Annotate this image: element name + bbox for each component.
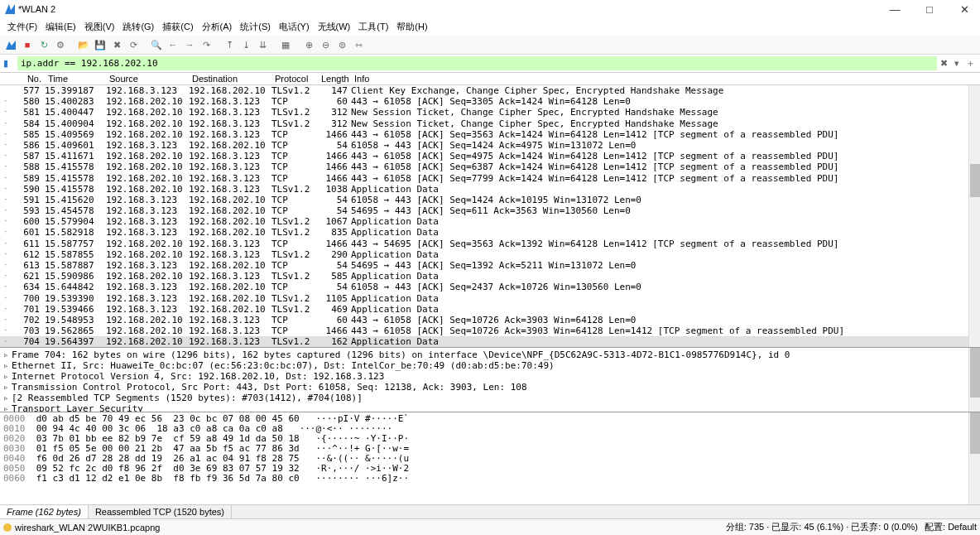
toolbar: ■ ↻ ⚙ 📂 💾 ✖ ⟳ 🔍 ← → ↷ ⤒ ⤓ ⇊ ▦ ⊕ ⊖ ⊜ ⇿ bbox=[0, 36, 980, 55]
packet-row[interactable]: 57715.399187192.168.3.123192.168.202.10T… bbox=[0, 85, 980, 96]
col-time[interactable]: Time bbox=[45, 74, 106, 84]
close-button[interactable]: ✕ bbox=[954, 3, 975, 16]
filter-add-icon[interactable]: ＋ bbox=[963, 57, 977, 70]
find-icon[interactable]: 🔍 bbox=[149, 37, 164, 52]
packet-list-header: No. Time Source Destination Protocol Len… bbox=[0, 73, 980, 85]
bytes-line[interactable]: 0060 f1 c3 d1 12 d2 e1 0e 8b f8 fb f9 36… bbox=[3, 474, 977, 484]
packet-row[interactable]: ·58015.400283192.168.202.10192.168.3.123… bbox=[0, 96, 980, 107]
bookmark-icon[interactable]: ▮ bbox=[3, 58, 15, 70]
display-filter-input[interactable] bbox=[17, 56, 937, 70]
last-packet-icon[interactable]: ⤓ bbox=[238, 37, 253, 52]
tab-reassembled[interactable]: Reassembled TCP (1520 bytes) bbox=[89, 505, 232, 518]
restart-capture-icon[interactable]: ↻ bbox=[36, 37, 51, 52]
col-no[interactable]: No. bbox=[12, 74, 45, 84]
filter-apply-icon[interactable]: ▾ bbox=[950, 58, 963, 69]
packet-row[interactable]: ·63415.644842192.168.3.123192.168.202.10… bbox=[0, 282, 980, 292]
packet-row[interactable]: ·62115.590986192.168.202.10192.168.3.123… bbox=[0, 271, 980, 282]
wireshark-icon bbox=[5, 4, 15, 14]
menu-analyze[interactable]: 分析(A) bbox=[199, 20, 235, 34]
col-info[interactable]: Info bbox=[351, 74, 980, 84]
menu-tools[interactable]: 工具(T) bbox=[356, 20, 391, 34]
title-bar: *WLAN 2 — □ ✕ bbox=[0, 0, 980, 18]
menu-file[interactable]: 文件(F) bbox=[5, 20, 40, 34]
stop-capture-icon[interactable]: ■ bbox=[20, 37, 35, 52]
packet-row[interactable]: ·70319.562865192.168.202.10192.168.3.123… bbox=[0, 325, 980, 336]
detail-line[interactable]: ▹Transport Layer Security bbox=[3, 403, 977, 412]
zoom-in-icon[interactable]: ⊕ bbox=[301, 37, 316, 52]
zoom-out-icon[interactable]: ⊖ bbox=[318, 37, 333, 52]
capture-options-icon[interactable]: ⚙ bbox=[53, 37, 68, 52]
packet-row[interactable]: ·70119.539466192.168.3.123192.168.202.10… bbox=[0, 304, 980, 315]
open-file-icon[interactable]: 📂 bbox=[76, 37, 91, 52]
minimize-button[interactable]: — bbox=[884, 3, 906, 16]
detail-line[interactable]: ▹Ethernet II, Src: HuaweiTe_0c:bc:07 (ec… bbox=[3, 360, 977, 371]
packet-row[interactable]: ·58115.400447192.168.202.10192.168.3.123… bbox=[0, 107, 980, 118]
status-filename: wireshark_WLAN 2WUIKB1.pcapng bbox=[15, 523, 726, 533]
filter-clear-icon[interactable]: ✖ bbox=[937, 58, 950, 69]
status-bar: wireshark_WLAN 2WUIKB1.pcapng 分组: 735 · … bbox=[0, 518, 980, 535]
save-file-icon[interactable]: 💾 bbox=[93, 37, 108, 52]
bytes-scrollbar[interactable] bbox=[968, 412, 980, 504]
packet-row[interactable]: ·58515.409569192.168.202.10192.168.3.123… bbox=[0, 129, 980, 140]
window-title: *WLAN 2 bbox=[18, 4, 884, 14]
col-destination[interactable]: Destination bbox=[189, 74, 271, 84]
col-length[interactable]: Length bbox=[318, 74, 351, 84]
filter-bar: ▮ ✖ ▾ ＋ bbox=[0, 55, 980, 73]
col-source[interactable]: Source bbox=[106, 74, 189, 84]
packet-row[interactable]: ·61215.587855192.168.202.10192.168.3.123… bbox=[0, 249, 980, 260]
status-stats: 分组: 735 · 已显示: 45 (6.1%) · 已丢弃: 0 (0.0%) bbox=[726, 521, 918, 533]
expert-info-icon[interactable] bbox=[3, 523, 12, 532]
auto-scroll-icon[interactable]: ⇊ bbox=[255, 37, 270, 52]
first-packet-icon[interactable]: ⤒ bbox=[222, 37, 237, 52]
prev-icon[interactable]: ← bbox=[166, 37, 180, 52]
packet-details[interactable]: ▹Frame 704: 162 bytes on wire (1296 bits… bbox=[0, 347, 980, 412]
menu-view[interactable]: 视图(V) bbox=[82, 20, 118, 34]
tab-frame[interactable]: Frame (162 bytes) bbox=[0, 505, 89, 518]
col-protocol[interactable]: Protocol bbox=[271, 74, 318, 84]
packet-row[interactable]: ·60115.582918192.168.3.123192.168.202.10… bbox=[0, 227, 980, 238]
detail-line[interactable]: ▹[2 Reassembled TCP Segments (1520 bytes… bbox=[3, 393, 977, 403]
packet-row[interactable]: ·59015.415578192.168.202.10192.168.3.123… bbox=[0, 184, 980, 195]
packet-row[interactable]: ·70219.548953192.168.202.10192.168.3.123… bbox=[0, 315, 980, 325]
packet-row[interactable]: ·60015.579904192.168.3.123192.168.202.10… bbox=[0, 216, 980, 227]
detail-line[interactable]: ▹Transmission Control Protocol, Src Port… bbox=[3, 382, 977, 393]
packet-row[interactable]: ·61115.587757192.168.202.10192.168.3.123… bbox=[0, 239, 980, 249]
packet-row[interactable]: ·58915.415578192.168.202.10192.168.3.123… bbox=[0, 173, 980, 184]
packet-row[interactable]: ·58615.409601192.168.3.123192.168.202.10… bbox=[0, 140, 980, 151]
packet-row[interactable]: ·58815.415578192.168.202.10192.168.3.123… bbox=[0, 161, 980, 172]
colorize-icon[interactable]: ▦ bbox=[278, 37, 293, 52]
start-capture-icon[interactable] bbox=[3, 37, 18, 52]
reload-icon[interactable]: ⟳ bbox=[126, 37, 141, 52]
resize-cols-icon[interactable]: ⇿ bbox=[351, 37, 366, 52]
menu-stats[interactable]: 统计(S) bbox=[238, 20, 273, 34]
details-scrollbar[interactable] bbox=[968, 348, 980, 412]
menu-edit[interactable]: 编辑(E) bbox=[43, 20, 79, 34]
detail-line[interactable]: ▹Frame 704: 162 bytes on wire (1296 bits… bbox=[3, 349, 977, 360]
packet-row[interactable]: ·58715.411671192.168.202.10192.168.3.123… bbox=[0, 151, 980, 161]
menu-bar: 文件(F) 编辑(E) 视图(V) 跳转(G) 捕获(C) 分析(A) 统计(S… bbox=[0, 18, 980, 36]
status-profile[interactable]: 配置: Default bbox=[925, 521, 977, 533]
menu-telephony[interactable]: 电话(Y) bbox=[276, 20, 312, 34]
packet-row[interactable]: ·70419.564397192.168.202.10192.168.3.123… bbox=[0, 336, 980, 347]
packet-row[interactable]: ·70019.539390192.168.3.123192.168.202.10… bbox=[0, 293, 980, 304]
packet-row[interactable]: ·59115.415620192.168.3.123192.168.202.10… bbox=[0, 195, 980, 205]
menu-go[interactable]: 跳转(G) bbox=[120, 20, 156, 34]
menu-capture[interactable]: 捕获(C) bbox=[160, 20, 195, 34]
detail-line[interactable]: ▹Internet Protocol Version 4, Src: 192.1… bbox=[3, 371, 977, 382]
packet-list-scrollbar[interactable] bbox=[968, 85, 980, 347]
packet-list[interactable]: 57715.399187192.168.3.123192.168.202.10T… bbox=[0, 85, 980, 347]
menu-help[interactable]: 帮助(H) bbox=[394, 20, 430, 34]
maximize-button[interactable]: □ bbox=[919, 3, 940, 16]
next-icon[interactable]: → bbox=[182, 37, 197, 52]
zoom-reset-icon[interactable]: ⊜ bbox=[334, 37, 349, 52]
packet-row[interactable]: ·59315.454578192.168.3.123192.168.202.10… bbox=[0, 205, 980, 216]
packet-row[interactable]: ·61315.587887192.168.3.123192.168.202.10… bbox=[0, 260, 980, 271]
packet-bytes[interactable]: 0000 d0 ab d5 be 70 49 ec 56 23 0c bc 07… bbox=[0, 412, 980, 504]
close-file-icon[interactable]: ✖ bbox=[109, 37, 124, 52]
bytes-tabs: Frame (162 bytes) Reassembled TCP (1520 … bbox=[0, 504, 980, 518]
packet-row[interactable]: ·58415.400904192.168.202.10192.168.3.123… bbox=[0, 118, 980, 129]
goto-icon[interactable]: ↷ bbox=[199, 37, 214, 52]
menu-wireless[interactable]: 无线(W) bbox=[315, 20, 353, 34]
